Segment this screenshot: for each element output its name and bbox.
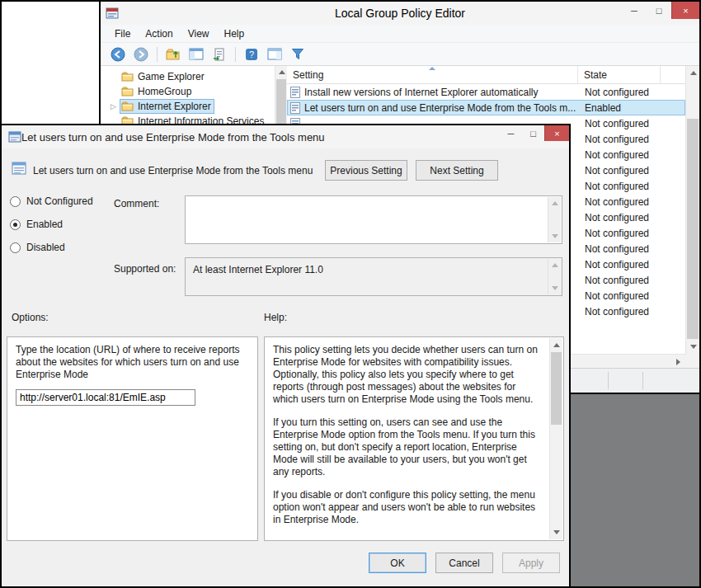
editor-titlebar: Local Group Policy Editor ─ □ × <box>101 2 699 25</box>
editor-maximize-button[interactable]: □ <box>647 2 671 19</box>
scroll-down-icon[interactable] <box>686 340 699 354</box>
menu-item[interactable]: Help <box>217 26 252 41</box>
policy-setting-name: Let users turn on and use Enterprise Mod… <box>33 165 323 176</box>
menu-item[interactable]: File <box>107 26 138 41</box>
menu-item[interactable]: View <box>181 26 217 41</box>
setting-state: Not configured <box>578 243 685 255</box>
policy-setting-row[interactable]: Let users turn on and use Enterprise Mod… <box>287 100 685 115</box>
scroll-up-icon[interactable] <box>548 197 562 209</box>
policy-setting-row[interactable]: Install new versions of Internet Explore… <box>287 84 685 100</box>
radio-label: Disabled <box>26 242 65 253</box>
radio-button-icon[interactable] <box>10 219 21 230</box>
options-description: Type the location (URL) of where to rece… <box>16 344 249 381</box>
setting-state: Not configured <box>578 212 685 223</box>
help-panel[interactable]: This policy setting lets you decide whet… <box>264 336 564 541</box>
help-icon[interactable]: ? <box>242 45 261 64</box>
help-paragraph: This policy setting lets you decide whet… <box>273 344 542 406</box>
comment-textarea[interactable] <box>185 195 562 244</box>
scroll-up-icon[interactable] <box>275 66 287 78</box>
apply-button: Apply <box>502 553 560 573</box>
setting-state: Not configured <box>578 149 685 161</box>
scroll-down-icon[interactable] <box>548 282 562 294</box>
policy-state-radio[interactable]: Disabled <box>10 241 93 254</box>
cancel-button[interactable]: Cancel <box>435 553 493 573</box>
next-setting-button[interactable]: Next Setting <box>416 160 498 181</box>
toolbar-separator <box>157 47 158 62</box>
toolbar-separator <box>235 47 236 62</box>
help-scrollbar[interactable] <box>549 338 562 539</box>
dialog-close-button[interactable]: × <box>544 125 569 141</box>
status-bar-divider <box>608 372 609 389</box>
menu-item[interactable]: Action <box>138 26 180 41</box>
scrollbar-corner <box>685 354 699 368</box>
radio-button-icon[interactable] <box>10 242 21 253</box>
dialog-minimize-button[interactable]: ─ <box>500 125 522 141</box>
list-scrollbar-thumb[interactable] <box>687 119 699 339</box>
status-bar-divider <box>642 372 643 389</box>
filter-icon[interactable] <box>289 45 307 64</box>
editor-minimize-button[interactable]: ─ <box>622 2 647 19</box>
setting-state: Not configured <box>578 134 685 145</box>
tree-item-label: Internet Explorer <box>138 101 211 112</box>
scroll-up-icon[interactable] <box>686 66 699 80</box>
svg-text:?: ? <box>249 49 254 59</box>
scroll-down-icon[interactable] <box>550 525 563 539</box>
radio-label: Enabled <box>26 219 63 230</box>
tree-scrollbar-thumb[interactable] <box>276 79 286 125</box>
console-tree-icon[interactable] <box>187 45 205 64</box>
scroll-up-icon[interactable] <box>550 338 563 352</box>
supported-on-box: At least Internet Explorer 11.0 <box>185 257 562 296</box>
report-url-input[interactable] <box>16 389 195 406</box>
tree-expander-icon[interactable] <box>111 102 120 111</box>
supported-on-value: At least Internet Explorer 11.0 <box>193 264 323 275</box>
export-list-icon[interactable] <box>210 45 228 64</box>
desktop-background <box>571 394 699 586</box>
column-header-setting[interactable]: Setting <box>287 66 578 83</box>
setting-state: Not configured <box>578 165 685 176</box>
setting-state: Not configured <box>578 87 685 98</box>
editor-menubar: FileActionViewHelp <box>101 25 699 43</box>
dialog-maximize-button[interactable]: □ <box>522 125 544 141</box>
scroll-down-icon[interactable] <box>548 230 562 242</box>
ok-button[interactable]: OK <box>369 553 426 573</box>
tree-item[interactable]: Game Explorer <box>101 69 287 84</box>
sort-ascending-icon <box>429 67 435 70</box>
back-icon[interactable] <box>109 45 127 64</box>
editor-close-button[interactable]: × <box>671 2 699 19</box>
radio-button-icon[interactable] <box>10 196 21 207</box>
setting-name: Let users turn on and use Enterprise Mod… <box>304 102 576 114</box>
setting-state: Not configured <box>578 275 685 286</box>
previous-setting-button[interactable]: Previous Setting <box>325 160 407 181</box>
list-header: Setting State <box>287 66 699 84</box>
setting-state: Not configured <box>578 306 685 318</box>
folder-icon <box>121 72 134 82</box>
up-one-level-icon[interactable] <box>164 45 182 64</box>
policy-state-radio-group: Not Configured Enabled Disabled <box>10 195 93 264</box>
column-header-state[interactable]: State <box>578 66 661 83</box>
tree-item[interactable]: HomeGroup <box>101 84 287 99</box>
extended-view-icon[interactable] <box>266 45 284 64</box>
setting-state: Not configured <box>578 196 685 208</box>
tree-item[interactable]: Internet Explorer <box>101 99 287 114</box>
policy-setting-dialog: Let users turn on and use Enterprise Mod… <box>0 124 571 588</box>
screenshot-root: Local Group Policy Editor ─ □ × FileActi… <box>0 0 701 588</box>
editor-window-title: Local Group Policy Editor <box>101 7 699 20</box>
policy-state-radio[interactable]: Not Configured <box>10 195 93 208</box>
mmc-app-icon <box>106 7 119 20</box>
forward-icon[interactable] <box>132 45 150 64</box>
scroll-right-icon[interactable] <box>671 355 685 368</box>
list-vertical-scrollbar[interactable] <box>685 66 699 354</box>
scroll-up-icon[interactable] <box>548 259 562 271</box>
help-scrollbar-thumb[interactable] <box>551 352 562 425</box>
options-panel: Type the location (URL) of where to rece… <box>7 336 258 541</box>
dialog-title: Let users turn on and use Enterprise Mod… <box>21 131 325 143</box>
setting-state: Not configured <box>578 290 685 302</box>
policy-state-radio[interactable]: Enabled <box>10 218 93 231</box>
comment-scrollbar[interactable] <box>548 197 561 242</box>
setting-state: Not configured <box>578 259 685 270</box>
setting-name: Install new versions of Internet Explore… <box>304 87 538 98</box>
supported-scrollbar[interactable] <box>548 259 561 294</box>
supported-on-label: Supported on: <box>114 263 176 275</box>
options-label: Options: <box>12 312 49 323</box>
setting-state: Not configured <box>578 181 685 192</box>
